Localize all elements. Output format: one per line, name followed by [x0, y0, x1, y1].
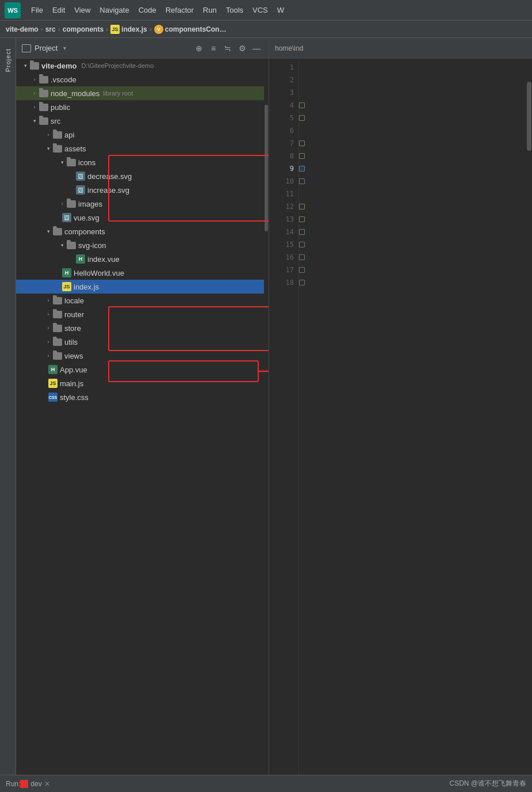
tree-item-index-js[interactable]: JS index.js: [16, 280, 269, 294]
tree-utils-icon: [53, 338, 62, 346]
breadcrumb-src[interactable]: src: [45, 25, 56, 33]
status-run-icon: [20, 780, 28, 788]
tree-item-vue-svg[interactable]: 🖼 vue.svg: [16, 211, 269, 224]
menu-w[interactable]: W: [273, 3, 289, 17]
panel-dropdown-arrow[interactable]: ▾: [63, 45, 66, 51]
status-close-btn[interactable]: ✕: [44, 780, 50, 788]
gutter-12: [299, 200, 312, 213]
tree-item-store[interactable]: › store: [16, 321, 269, 335]
menu-code[interactable]: Code: [134, 3, 161, 17]
tree-item-style-css[interactable]: CSS style.css: [16, 390, 269, 404]
tree-root-name: vite-demo: [41, 62, 76, 70]
tree-item-utils[interactable]: › utils: [16, 335, 269, 349]
toolbar-collapse-btn[interactable]: ≡: [207, 42, 220, 55]
tree-item-node-modules[interactable]: › node_modules library root: [16, 86, 269, 100]
gutter-icon-15: [299, 242, 305, 248]
tree-item-components[interactable]: ▾ components: [16, 224, 269, 238]
gutter-icon-16: [299, 254, 305, 260]
tree-root-folder-icon: [30, 62, 39, 70]
menu-tools[interactable]: Tools: [221, 3, 248, 17]
project-tab-label[interactable]: Project: [5, 44, 12, 77]
tree-item-helloworld[interactable]: H HelloWorld.vue: [16, 266, 269, 280]
tree-images-arrow: ›: [58, 201, 67, 207]
line-1: 1: [269, 61, 298, 74]
tree-item-index-vue[interactable]: H index.vue: [16, 252, 269, 266]
gutter-icon-17: [299, 267, 305, 273]
tree-indexvue-label: index.vue: [87, 255, 120, 264]
gutter-15: [299, 238, 312, 251]
tree-helloworld-icon: H: [62, 268, 71, 277]
tree-scrollbar-thumb: [265, 105, 268, 231]
main-layout: Project Project ▾ ⊕ ≡ ≒ ⚙ —: [0, 38, 532, 775]
editor-body: 1 2 3 4 5 6 7 8 9 10 11 12 13 14 15 16 1…: [269, 59, 532, 775]
tree-public-label: public: [51, 103, 70, 112]
breadcrumb-root[interactable]: vite-demo: [6, 25, 39, 33]
tree-item-images[interactable]: › images: [16, 197, 269, 211]
line-9: 9: [269, 162, 298, 175]
tree-appvue-icon: H: [48, 365, 58, 374]
menu-view[interactable]: View: [70, 3, 95, 17]
tree-node-modules-arrow: ›: [30, 90, 39, 96]
toolbar-minimize-btn[interactable]: —: [250, 42, 263, 55]
tree-assets-icon: [53, 145, 62, 153]
line-12: 12: [269, 200, 298, 213]
tree-views-arrow: ›: [44, 353, 53, 359]
code-header: home\ind: [269, 38, 532, 59]
tree-item-icons[interactable]: ▾ icons: [16, 155, 269, 169]
tree-item-app-vue[interactable]: H App.vue: [16, 363, 269, 376]
tree-assets-arrow: ▾: [44, 146, 53, 151]
tree-item-svg-icon[interactable]: ▾ svg-icon: [16, 238, 269, 252]
line-14: 14: [269, 226, 298, 238]
breadcrumb-js-icon: JS: [110, 25, 120, 34]
editor-scrollbar[interactable]: [526, 59, 532, 775]
toolbar-settings-btn[interactable]: ⚙: [236, 42, 248, 55]
tree-item-api[interactable]: › api: [16, 128, 269, 142]
tree-root[interactable]: ▾ vite-demo D:\GiteeProject\vite-demo: [16, 59, 269, 73]
tree-store-label: store: [64, 324, 81, 333]
tree-item-decrease[interactable]: 🖼 decrease.svg: [16, 169, 269, 183]
panel-title-area: Project ▾: [22, 44, 191, 52]
tree-item-public[interactable]: › public: [16, 100, 269, 114]
tree-images-label: images: [78, 200, 102, 208]
tree-scrollbar[interactable]: [264, 59, 269, 404]
line-numbers: 1 2 3 4 5 6 7 8 9 10 11 12 13 14 15 16 1…: [269, 59, 299, 775]
breadcrumb-indexjs[interactable]: index.js: [121, 25, 147, 33]
toolbar-add-btn[interactable]: ⊕: [193, 42, 205, 55]
toolbar-expand-btn[interactable]: ≒: [221, 42, 234, 55]
tree-decrease-label: decrease.svg: [87, 172, 132, 181]
menu-edit[interactable]: Edit: [48, 3, 70, 17]
breadcrumb-components[interactable]: components: [63, 25, 104, 33]
tree-src-arrow: ▾: [30, 118, 39, 124]
tree-public-arrow: ›: [30, 104, 39, 110]
tree-router-arrow: ›: [44, 311, 53, 317]
panel-toolbar: Project ▾ ⊕ ≡ ≒ ⚙ —: [16, 38, 269, 59]
menu-vcs[interactable]: VCS: [248, 3, 273, 17]
menu-run[interactable]: Run: [198, 3, 221, 17]
gutter-3: [299, 86, 312, 99]
tree-item-router[interactable]: › router: [16, 307, 269, 321]
statusbar: Run: dev ✕ CSDN @谁不想飞舞青春: [0, 775, 532, 792]
tree-item-locale[interactable]: › locale: [16, 294, 269, 307]
tree-item-views[interactable]: › views: [16, 349, 269, 363]
breadcrumb-componentsCon[interactable]: componentsCon…: [165, 25, 227, 33]
panel-title-text: Project: [35, 44, 58, 52]
tree-utils-label: utils: [64, 338, 78, 346]
gutter-1: [299, 61, 312, 74]
tree-icons-folder-icon: [67, 159, 76, 166]
gutter-icon-9: [299, 166, 305, 172]
tree-item-main-js[interactable]: JS main.js: [16, 376, 269, 390]
tree-item-vscode[interactable]: › .vscode: [16, 73, 269, 86]
tree-store-icon: [53, 325, 62, 332]
line-13: 13: [269, 213, 298, 226]
breadcrumb: vite-demo › src › components › JS index.…: [0, 21, 532, 38]
tree-item-assets[interactable]: ▾ assets: [16, 142, 269, 155]
tree-item-increase[interactable]: 🖼 increase.svg: [16, 183, 269, 197]
menu-refactor[interactable]: Refactor: [161, 3, 198, 17]
gutter-8: [299, 150, 312, 162]
tree-vscode-arrow: ›: [30, 77, 39, 82]
menu-file[interactable]: File: [26, 3, 48, 17]
menu-navigate[interactable]: Navigate: [95, 3, 133, 17]
tree-item-src[interactable]: ▾ src: [16, 114, 269, 128]
code-content: [312, 59, 532, 775]
breadcrumb-v-icon: V: [154, 25, 163, 34]
